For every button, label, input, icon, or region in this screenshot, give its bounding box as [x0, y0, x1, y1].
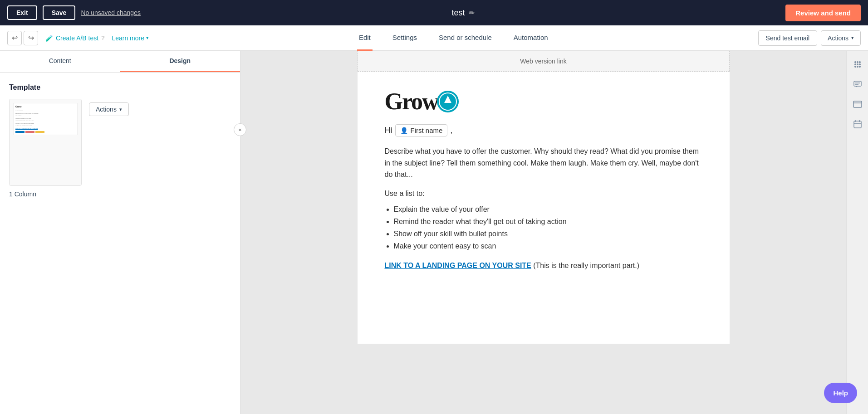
- ab-test-link[interactable]: 🧪 Create A/B test ?: [45, 34, 104, 42]
- hi-text: Hi: [385, 126, 392, 135]
- top-actions-chevron-icon: ▾: [851, 35, 854, 41]
- mini-logo: Grow↑: [15, 105, 75, 108]
- main-content: Content Design Template Grow↑ Hi [First …: [0, 51, 868, 414]
- landing-link[interactable]: LINK TO A LANDING PAGE ON YOUR SITE: [385, 262, 531, 269]
- left-sidebar: Content Design Template Grow↑ Hi [First …: [0, 51, 240, 414]
- mini-text-4: • Explain the value of your offer: [15, 118, 75, 120]
- web-version-label: Web version link: [520, 58, 566, 65]
- comma-text: ,: [450, 126, 452, 135]
- tab-send-schedule[interactable]: Send or schedule: [437, 25, 494, 51]
- mini-text-1: Hi [First name],: [15, 110, 75, 112]
- top-actions-button[interactable]: Actions ▾: [821, 30, 861, 46]
- template-card[interactable]: Grow↑ Hi [First name], Describe what you…: [9, 99, 82, 186]
- landing-note: (This is the really important part.): [531, 262, 639, 269]
- svg-point-4: [854, 61, 856, 63]
- mini-block-blue: [15, 131, 25, 133]
- unsaved-changes-label[interactable]: No unsaved changes: [81, 9, 141, 16]
- template-actions-area: Actions ▾: [89, 99, 129, 116]
- mini-text-2: Describe what you have to offer the cust…: [15, 113, 75, 115]
- svg-point-7: [854, 63, 856, 65]
- chat-icon[interactable]: [849, 76, 866, 93]
- sidebar-tab-design[interactable]: Design: [120, 51, 240, 72]
- top-actions-label: Actions: [828, 34, 848, 42]
- first-name-label: First name: [411, 127, 443, 134]
- mini-preview: Grow↑ Hi [First name], Describe what you…: [13, 103, 78, 135]
- svg-point-12: [859, 66, 861, 68]
- mini-block-red: [25, 131, 34, 133]
- hi-line: Hi 👤 First name ,: [385, 124, 702, 136]
- svg-point-9: [859, 63, 861, 65]
- template-actions-button[interactable]: Actions ▾: [89, 102, 129, 116]
- mini-text-5: • Remind the reader what they'll get: [15, 120, 75, 122]
- email-body-text: Describe what you have to offer the cust…: [385, 146, 702, 180]
- list-item: Remind the reader what they'll get out o…: [394, 215, 702, 228]
- learn-more-label: Learn more: [112, 34, 144, 42]
- sidebar-inner: Template Grow↑ Hi [First name], Describe…: [0, 73, 240, 414]
- title-text: test: [452, 8, 465, 18]
- undo-button[interactable]: ↩: [7, 31, 22, 45]
- ab-test-label: Create A/B test: [56, 34, 98, 42]
- svg-rect-16: [853, 101, 862, 107]
- svg-point-6: [859, 61, 861, 63]
- template-preview: Grow↑ Hi [First name], Describe what you…: [10, 99, 81, 185]
- learn-more-link[interactable]: Learn more ▾: [112, 34, 149, 42]
- column-label: 1 Column: [9, 190, 231, 198]
- email-body[interactable]: Grow Hi 👤 First name , Describe what you…: [358, 72, 730, 344]
- nav-right: Send test email Actions ▾: [758, 30, 861, 46]
- mini-block-yellow: [35, 131, 44, 133]
- right-sidebar: [846, 51, 868, 414]
- undo-redo-group: ↩ ↪: [7, 31, 38, 45]
- collapse-sidebar-button[interactable]: «: [234, 123, 246, 136]
- mini-text-7: • Make your content easy to scan: [15, 125, 75, 127]
- bullet-list: Explain the value of your offer Remind t…: [394, 203, 702, 253]
- send-test-button[interactable]: Send test email: [758, 30, 818, 46]
- svg-point-5: [857, 61, 858, 63]
- mini-colored-blocks: [15, 131, 75, 133]
- browser-icon[interactable]: [849, 96, 866, 112]
- save-button[interactable]: Save: [43, 5, 76, 20]
- ab-icon: 🧪: [45, 34, 53, 42]
- sidebar-tab-content[interactable]: Content: [0, 51, 120, 72]
- nav-tabs: Edit Settings Send or schedule Automatio…: [149, 25, 758, 51]
- list-item: Show off your skill with bullet points: [394, 228, 702, 240]
- mini-text-6: • Show off your skill with bullet points: [15, 123, 75, 125]
- grow-text: Grow: [385, 90, 438, 113]
- template-actions-label: Actions: [96, 106, 117, 113]
- exit-button[interactable]: Exit: [7, 5, 37, 20]
- help-button[interactable]: Help: [824, 383, 857, 403]
- template-cards: Grow↑ Hi [First name], Describe what you…: [9, 99, 231, 186]
- calendar-icon[interactable]: [849, 116, 866, 132]
- edit-title-icon[interactable]: ✏: [469, 9, 475, 17]
- template-actions-chevron-icon: ▾: [119, 107, 122, 112]
- mini-link: LINK TO A LANDING PAGE ON YOUR SITE: [15, 128, 75, 130]
- template-label: Template: [9, 83, 231, 92]
- mini-text-3: Use a list to:: [15, 115, 75, 117]
- email-canvas: Web version link Grow Hi 👤 First name: [240, 51, 846, 414]
- review-send-button[interactable]: Review and send: [785, 5, 861, 21]
- svg-point-8: [857, 63, 858, 65]
- tab-settings[interactable]: Settings: [391, 25, 419, 51]
- first-name-token[interactable]: 👤 First name: [395, 124, 448, 136]
- sidebar-tabs: Content Design: [0, 51, 240, 73]
- grow-arrow-icon: [436, 90, 459, 113]
- svg-point-11: [857, 66, 858, 68]
- landing-link-line: LINK TO A LANDING PAGE ON YOUR SITE (Thi…: [385, 262, 702, 270]
- tab-edit[interactable]: Edit: [357, 25, 373, 51]
- list-item: Explain the value of your offer: [394, 203, 702, 215]
- person-icon: 👤: [400, 127, 408, 134]
- svg-point-10: [854, 66, 856, 68]
- list-item: Make your content easy to scan: [394, 240, 702, 252]
- secondary-nav: ↩ ↪ 🧪 Create A/B test ? Learn more ▾ Edi…: [0, 25, 868, 51]
- svg-rect-18: [854, 121, 861, 128]
- redo-button[interactable]: ↪: [24, 31, 38, 45]
- info-icon: ?: [101, 34, 104, 41]
- grow-logo: Grow: [385, 90, 702, 113]
- svg-rect-13: [854, 81, 861, 86]
- tab-automation[interactable]: Automation: [512, 25, 550, 51]
- grid-icon[interactable]: [849, 56, 866, 73]
- list-intro: Use a list to:: [385, 190, 702, 198]
- top-bar: Exit Save No unsaved changes test ✏ Revi…: [0, 0, 868, 25]
- web-version-bar: Web version link: [358, 51, 730, 72]
- email-title: test ✏: [146, 8, 780, 18]
